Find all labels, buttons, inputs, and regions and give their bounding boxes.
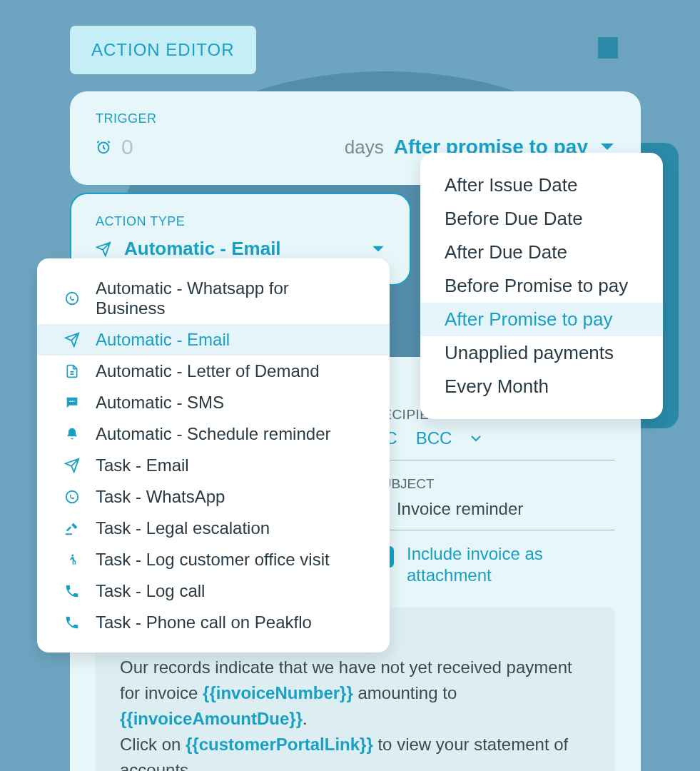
- action-option[interactable]: Automatic - SMS: [37, 387, 390, 418]
- action-type-dropdown: Automatic - Whatsapp for Business Automa…: [37, 258, 390, 652]
- document-icon: [64, 363, 80, 379]
- action-option[interactable]: Task - Legal escalation: [37, 513, 390, 544]
- msg-text: amounting to: [353, 683, 457, 702]
- trigger-option[interactable]: Before Due Date: [420, 202, 663, 236]
- svg-point-4: [73, 400, 75, 402]
- action-option[interactable]: Automatic - Schedule reminder: [37, 418, 390, 450]
- trigger-option[interactable]: Every Month: [420, 370, 663, 403]
- action-option-label: Automatic - SMS: [96, 393, 224, 413]
- phone-icon: [64, 583, 80, 599]
- svg-point-2: [69, 400, 71, 402]
- trigger-option[interactable]: After Issue Date: [420, 168, 663, 202]
- clock-icon: [96, 139, 111, 155]
- action-option-label: Task - Legal escalation: [96, 518, 270, 538]
- action-option[interactable]: Task - Email: [37, 450, 390, 481]
- trigger-option[interactable]: After Due Date: [420, 236, 663, 269]
- action-option-label: Task - Phone call on Peakflo: [96, 613, 312, 633]
- action-option-label: Automatic - Whatsapp for Business: [96, 278, 362, 318]
- whatsapp-icon: [64, 291, 80, 306]
- trigger-option[interactable]: Unapplied payments: [420, 336, 663, 370]
- msg-text: .: [303, 709, 308, 728]
- days-suffix: days: [345, 136, 384, 158]
- msg-text: Click on: [120, 735, 186, 754]
- action-option-label: Task - Log customer office visit: [96, 550, 330, 570]
- send-icon: [96, 241, 111, 257]
- subject-input[interactable]: Invoice reminder: [397, 499, 523, 519]
- svg-point-1: [66, 293, 78, 305]
- trigger-option-selected[interactable]: After Promise to pay: [420, 303, 663, 336]
- svg-point-5: [66, 491, 78, 503]
- days-value: 0: [121, 135, 133, 159]
- trigger-days-input[interactable]: 0: [96, 135, 133, 159]
- action-option[interactable]: Task - WhatsApp: [37, 481, 390, 513]
- send-icon: [64, 332, 80, 348]
- bell-icon: [64, 426, 80, 442]
- action-option[interactable]: Automatic - Letter of Demand: [37, 356, 390, 387]
- subject-label: SUBJECT: [372, 476, 615, 492]
- whatsapp-icon: [64, 489, 80, 505]
- trigger-dropdown-menu: After Issue Date Before Due Date After D…: [420, 153, 663, 419]
- action-option-label: Task - Log call: [96, 581, 205, 601]
- gavel-icon: [64, 520, 80, 536]
- placeholder-invoice: {{invoiceNumber}}: [203, 683, 353, 702]
- send-icon: [64, 458, 80, 473]
- walk-icon: [64, 552, 80, 568]
- chevron-down-icon: [599, 142, 615, 152]
- sms-icon: [64, 395, 80, 410]
- action-option[interactable]: Task - Log customer office visit: [37, 544, 390, 575]
- action-option-label: Task - Email: [96, 455, 189, 475]
- trigger-option[interactable]: Before Promise to pay: [420, 269, 663, 303]
- action-option-label: Automatic - Email: [96, 330, 230, 350]
- action-option[interactable]: Task - Phone call on Peakflo: [37, 607, 390, 638]
- bcc-button[interactable]: BCC: [416, 428, 452, 448]
- svg-point-6: [71, 555, 73, 557]
- chevron-down-icon: [371, 245, 385, 253]
- action-option-label: Automatic - Letter of Demand: [96, 361, 319, 381]
- action-option-label: Task - WhatsApp: [96, 487, 225, 507]
- include-attachment-label: Include invoice as attachment: [407, 543, 615, 586]
- chevron-down-icon[interactable]: [470, 435, 482, 442]
- action-option[interactable]: Automatic - Whatsapp for Business: [37, 273, 390, 324]
- placeholder-link: {{customerPortalLink}}: [186, 735, 373, 754]
- trigger-label: TRIGGER: [96, 111, 615, 126]
- action-option[interactable]: Task - Log call: [37, 575, 390, 607]
- action-option-selected[interactable]: Automatic - Email: [37, 324, 390, 356]
- action-type-selected: Automatic - Email: [124, 238, 281, 260]
- document-icon-bg: [598, 37, 618, 59]
- action-type-label: ACTION TYPE: [96, 214, 385, 229]
- action-option-label: Automatic - Schedule reminder: [96, 424, 330, 444]
- action-editor-badge: ACTION EDITOR: [70, 26, 256, 74]
- placeholder-amount: {{invoiceAmountDue}}: [120, 709, 303, 728]
- phone-icon: [64, 615, 80, 630]
- svg-point-3: [71, 400, 73, 402]
- action-type-select[interactable]: Automatic - Email: [96, 238, 385, 260]
